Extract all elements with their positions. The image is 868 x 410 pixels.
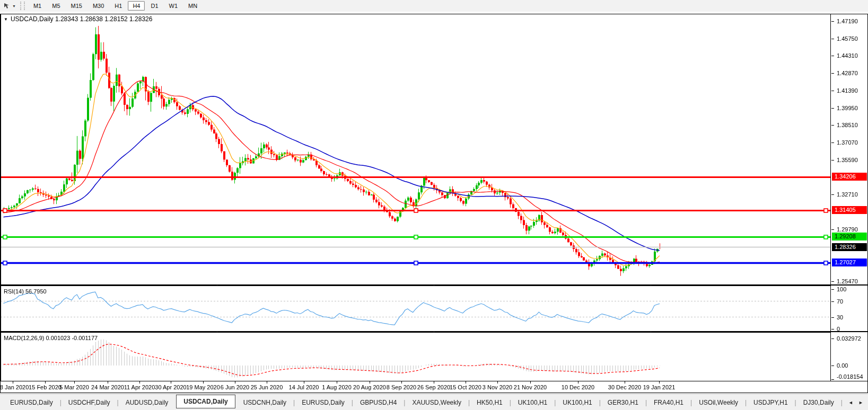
tab-ger30-h1[interactable]: GER30,H1: [601, 394, 645, 410]
timeframe-button-m30[interactable]: M30: [88, 1, 109, 11]
tabs-scroll-right-icon[interactable]: ►: [858, 400, 863, 405]
tab-label: UK100,H1: [517, 398, 548, 407]
tab-label: HK50,H1: [476, 398, 504, 407]
timeframe-button-w1[interactable]: W1: [164, 1, 183, 11]
tab-china300-h1[interactable]: CHINA300,H1: [843, 394, 846, 410]
tab-label: GER30,H1: [607, 398, 639, 407]
tab-usdjpy-h1[interactable]: USDJPY,H1: [747, 394, 794, 410]
chart-canvas[interactable]: [0, 12, 868, 394]
timeframe-button-m5[interactable]: M5: [47, 1, 65, 11]
tab-label: XAUUSD,Weekly: [411, 398, 462, 407]
tab-label: AUDUSD,Daily: [125, 398, 170, 407]
chart-tool-icon[interactable]: [2, 2, 12, 10]
tab-label: USDCAD,Daily: [182, 397, 229, 406]
tab-label: USDCHF,Daily: [67, 398, 111, 407]
tab-dj30-daily[interactable]: DJ30,Daily: [796, 394, 841, 410]
tab-uk100-h1[interactable]: UK100,H1: [556, 394, 599, 410]
timeframe-toolbar: ▼ M1M5M15M30H1H4D1W1MN: [0, 0, 868, 12]
tab-usdchf-daily[interactable]: USDCHF,Daily: [62, 394, 117, 410]
tab-usdcad-daily[interactable]: USDCAD,Daily: [176, 395, 235, 408]
tab-audusd-daily[interactable]: AUDUSD,Daily: [119, 394, 176, 410]
tab-label: EURUSD,Daily: [9, 398, 54, 407]
tab-label: UK100,H1: [562, 398, 593, 407]
tab-usoil-weekly[interactable]: USOil,Weekly: [692, 394, 745, 410]
timeframe-button-m1[interactable]: M1: [29, 1, 46, 11]
symbol-tabbar: EURUSD,Daily|USDCHF,Daily|AUDUSD,DailyUS…: [0, 394, 868, 410]
tab-label: EURUSD,Daily: [301, 398, 346, 407]
timeframe-button-d1[interactable]: D1: [146, 1, 163, 11]
tab-label: USDCNH,Daily: [242, 398, 287, 407]
tab-label: GBPUSD,H4: [359, 398, 398, 407]
toolbar-grip[interactable]: [20, 2, 25, 10]
timeframe-button-h1[interactable]: H1: [110, 1, 127, 11]
tabs-scroll-left-icon[interactable]: ◄: [848, 400, 853, 405]
tab-fra40-h1[interactable]: FRA40,H1: [647, 394, 690, 410]
tab-usdcnh-daily[interactable]: USDCNH,Daily: [236, 394, 293, 410]
tab-label: USOil,Weekly: [698, 398, 739, 407]
chevron-down-icon[interactable]: ▼: [12, 4, 16, 8]
tab-eurusd-daily[interactable]: EURUSD,Daily: [295, 394, 352, 410]
tab-label: FRA40,H1: [653, 398, 685, 407]
tab-eurusd-daily[interactable]: EURUSD,Daily: [3, 394, 60, 410]
chart-window: ▼USDCAD,Daily 1.28343 1.28638 1.28152 1.…: [0, 12, 868, 394]
tab-gbpusd-h4[interactable]: GBPUSD,H4: [353, 394, 404, 410]
tab-label: USDJPY,H1: [752, 398, 788, 407]
tab-xauusd-weekly[interactable]: XAUUSD,Weekly: [405, 394, 468, 410]
timeframe-button-mn[interactable]: MN: [183, 1, 202, 11]
tab-uk100-h1[interactable]: UK100,H1: [511, 394, 554, 410]
timeframe-button-m15[interactable]: M15: [66, 1, 87, 11]
timeframe-button-h4[interactable]: H4: [128, 1, 145, 11]
tab-label: DJ30,Daily: [802, 398, 835, 407]
tab-hk50-h1[interactable]: HK50,H1: [470, 394, 510, 410]
